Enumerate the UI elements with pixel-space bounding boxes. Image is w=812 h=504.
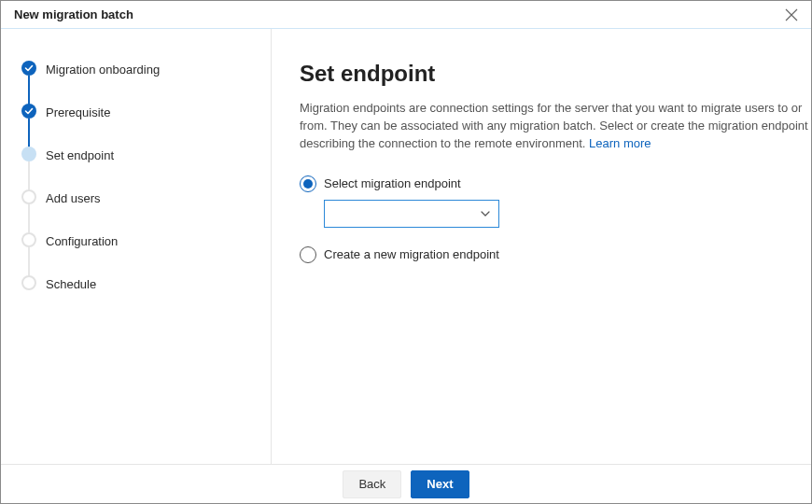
step-migration-onboarding[interactable]: Migration onboarding [21,61,271,104]
step-label: Configuration [46,234,118,248]
radio-select-endpoint[interactable]: Select migration endpoint [300,175,811,192]
step-label: Migration onboarding [46,63,160,77]
step-schedule[interactable]: Schedule [21,275,271,292]
step-set-endpoint[interactable]: Set endpoint [21,147,271,189]
radio-create-endpoint[interactable]: Create a new migration endpoint [300,246,811,263]
page-description: Migration endpoints are connection setti… [300,100,811,153]
radio-label: Create a new migration endpoint [324,247,499,261]
step-label: Set endpoint [46,148,114,162]
check-icon [21,61,36,76]
future-step-icon [21,275,36,290]
step-prerequisite[interactable]: Prerequisite [21,104,271,147]
main-panel: Set endpoint Migration endpoints are con… [272,29,811,464]
future-step-icon [21,232,36,247]
titlebar: New migration batch [1,1,811,29]
window-title: New migration batch [14,7,133,21]
future-step-icon [21,189,36,204]
radio-icon [300,175,316,192]
step-configuration[interactable]: Configuration [21,232,271,275]
close-icon[interactable] [781,5,802,25]
step-add-users[interactable]: Add users [21,189,271,232]
step-label: Schedule [46,277,96,291]
radio-icon [300,246,316,263]
next-button[interactable]: Next [411,470,469,498]
back-button[interactable]: Back [343,470,401,498]
step-label: Add users [46,191,101,205]
radio-label: Select migration endpoint [324,176,461,190]
wizard-steps-sidebar: Migration onboarding Prerequisite Set en… [1,29,272,464]
chevron-down-icon [480,208,491,219]
endpoint-dropdown[interactable] [324,200,499,228]
steps-list: Migration onboarding Prerequisite Set en… [21,61,271,292]
step-label: Prerequisite [46,105,110,119]
page-heading: Set endpoint [300,61,811,87]
learn-more-link[interactable]: Learn more [589,136,651,150]
check-icon [21,104,36,119]
wizard-footer: Back Next [1,464,811,503]
migration-wizard-window: New migration batch Migration onboarding [0,0,812,504]
current-step-icon [21,147,36,161]
